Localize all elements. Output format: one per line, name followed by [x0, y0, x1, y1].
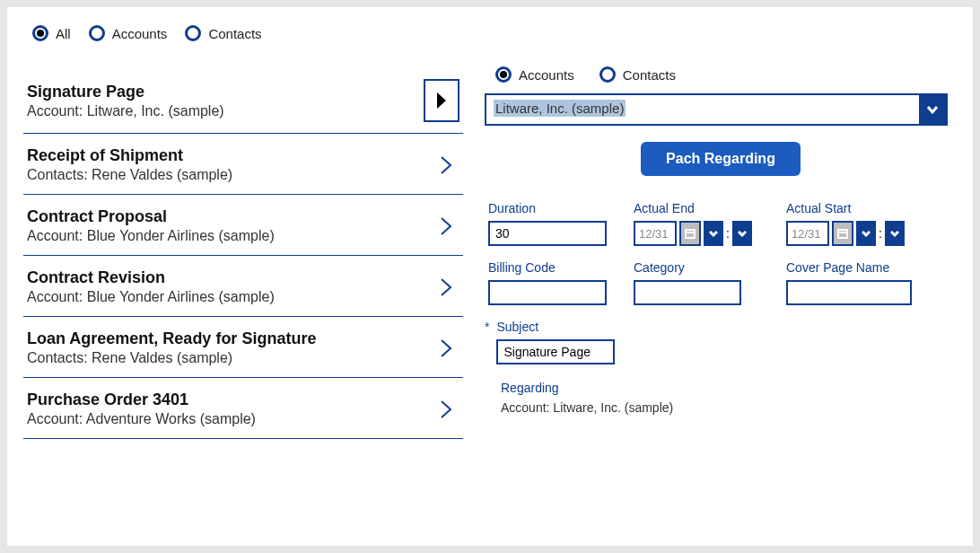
actual-start-group: : — [786, 221, 912, 246]
calendar-icon[interactable] — [832, 221, 853, 246]
radio-icon — [89, 25, 105, 41]
time-colon: : — [879, 221, 882, 246]
radio-detail-accounts-label: Accounts — [519, 67, 574, 83]
radio-contacts[interactable]: Contacts — [185, 25, 261, 41]
list-item-subtitle: Account: Adventure Works (sample) — [27, 411, 256, 427]
chevron-right-icon[interactable] — [433, 274, 459, 301]
list-item-title: Contract Revision — [27, 268, 275, 287]
duration-field: Duration — [488, 201, 607, 246]
regarding-value: Account: Litware, Inc. (sample) — [501, 400, 957, 415]
category-field: Category — [634, 260, 759, 305]
app-frame: All Accounts Contacts Signature PageAcco… — [7, 7, 973, 546]
content-split: Signature PageAccount: Litware, Inc. (sa… — [23, 66, 957, 439]
list-item-title: Signature Page — [27, 83, 224, 101]
list-item[interactable]: Signature PageAccount: Litware, Inc. (sa… — [23, 66, 463, 134]
actual-end-group: : — [634, 221, 759, 246]
billing-code-field: Billing Code — [488, 260, 607, 305]
top-filter-group: All Accounts Contacts — [32, 25, 957, 41]
list-item-title: Purchase Order 3401 — [27, 391, 256, 409]
radio-icon — [599, 66, 616, 83]
time-colon: : — [726, 221, 730, 246]
radio-icon — [495, 66, 512, 83]
list-item-subtitle: Contacts: Rene Valdes (sample) — [27, 350, 316, 366]
combo-value: Litware, Inc. (sample) — [486, 95, 919, 124]
list-panel: Signature PageAccount: Litware, Inc. (sa… — [23, 66, 463, 439]
category-label: Category — [634, 260, 759, 275]
svg-rect-0 — [686, 230, 695, 238]
list-item[interactable]: Receipt of ShipmentContacts: Rene Valdes… — [23, 134, 463, 195]
radio-icon — [185, 25, 201, 41]
actual-start-label: Actual Start — [786, 201, 912, 215]
radio-all[interactable]: All — [32, 25, 71, 41]
radio-icon — [32, 25, 48, 41]
actual-end-field: Actual End : — [634, 201, 759, 246]
chevron-right-icon[interactable] — [433, 152, 459, 179]
cover-page-field: Cover Page Name — [786, 260, 912, 305]
subject-row: * Subject — [485, 320, 957, 364]
required-icon: * — [485, 320, 489, 334]
list-item-subtitle: Contacts: Rene Valdes (sample) — [27, 167, 232, 183]
regarding-label: Regarding — [501, 381, 957, 395]
billing-code-input[interactable] — [488, 280, 607, 305]
duration-label: Duration — [488, 201, 607, 215]
chevron-right-icon[interactable] — [424, 79, 459, 122]
account-combo[interactable]: Litware, Inc. (sample) — [485, 93, 948, 126]
hour-select[interactable] — [856, 221, 876, 246]
minute-select[interactable] — [732, 221, 752, 246]
detail-panel: Accounts Contacts Litware, Inc. (sample)… — [485, 66, 957, 439]
radio-accounts-label: Accounts — [112, 26, 168, 41]
pach-regarding-button[interactable]: Pach Regarding — [641, 142, 801, 176]
cover-page-input[interactable] — [786, 280, 912, 305]
actual-start-field: Actual Start : — [786, 201, 912, 246]
actual-end-date-input[interactable] — [634, 221, 677, 246]
list-item[interactable]: Purchase Order 3401Account: Adventure Wo… — [23, 378, 463, 439]
chevron-right-icon[interactable] — [433, 213, 459, 240]
list-item-title: Loan Agreement, Ready for Signature — [27, 329, 316, 348]
duration-input[interactable] — [488, 221, 607, 246]
radio-detail-accounts[interactable]: Accounts — [495, 66, 574, 83]
minute-select[interactable] — [885, 221, 905, 246]
actual-start-date-input[interactable] — [786, 221, 829, 246]
subject-label: Subject — [496, 320, 615, 334]
hour-select[interactable] — [704, 221, 723, 246]
form-row-2: Billing Code Category Cover Page Name — [485, 260, 957, 305]
form-row-1: Duration Actual End : Actual Start — [485, 201, 957, 246]
svg-rect-2 — [838, 230, 847, 238]
list-item-title: Contract Proposal — [27, 207, 275, 226]
chevron-down-icon — [926, 103, 939, 116]
actual-end-label: Actual End — [634, 201, 759, 215]
chevron-right-icon[interactable] — [433, 396, 459, 423]
list-item-subtitle: Account: Blue Yonder Airlines (sample) — [27, 228, 275, 244]
cover-page-label: Cover Page Name — [786, 260, 912, 275]
billing-code-label: Billing Code — [488, 260, 607, 275]
list-item-title: Receipt of Shipment — [27, 146, 232, 165]
calendar-icon[interactable] — [679, 221, 701, 246]
radio-contacts-label: Contacts — [208, 26, 261, 41]
list-item[interactable]: Loan Agreement, Ready for SignatureConta… — [23, 317, 463, 378]
subject-field: Subject — [496, 320, 615, 364]
detail-filter-group: Accounts Contacts — [495, 66, 957, 83]
radio-accounts[interactable]: Accounts — [89, 25, 168, 41]
list-item-subtitle: Account: Blue Yonder Airlines (sample) — [27, 289, 275, 305]
regarding-block: Regarding Account: Litware, Inc. (sample… — [485, 381, 957, 415]
list-item[interactable]: Contract RevisionAccount: Blue Yonder Ai… — [23, 256, 463, 317]
chevron-right-icon[interactable] — [433, 335, 459, 362]
radio-detail-contacts-label: Contacts — [623, 67, 676, 83]
list-item-subtitle: Account: Litware, Inc. (sample) — [27, 103, 224, 119]
combo-dropdown-button[interactable] — [919, 95, 946, 124]
category-input[interactable] — [634, 280, 741, 305]
list-item[interactable]: Contract ProposalAccount: Blue Yonder Ai… — [23, 195, 463, 256]
radio-all-label: All — [56, 26, 71, 41]
radio-detail-contacts[interactable]: Contacts — [599, 66, 676, 83]
subject-input[interactable] — [496, 339, 615, 364]
